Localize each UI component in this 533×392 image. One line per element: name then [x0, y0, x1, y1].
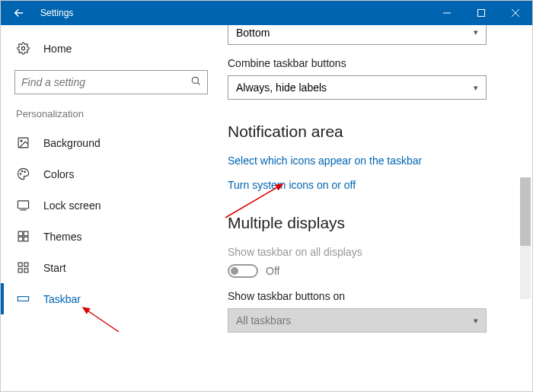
svg-point-8: [20, 140, 21, 142]
dropdown-value: Always, hide labels: [236, 81, 327, 94]
svg-rect-15: [24, 231, 28, 236]
search-box[interactable]: [14, 70, 208, 94]
svg-point-5: [192, 77, 198, 83]
nav-label: Themes: [43, 231, 82, 243]
svg-rect-1: [477, 10, 484, 17]
palette-icon: [16, 167, 30, 180]
taskbar-location-dropdown[interactable]: Bottom ▾: [228, 25, 487, 45]
toggle-knob: [231, 267, 238, 275]
toggle-state-text: Off: [266, 265, 279, 277]
show-buttons-label: Show taskbar buttons on: [228, 290, 514, 302]
nav-colors[interactable]: Colors: [1, 158, 222, 190]
svg-line-6: [197, 82, 199, 84]
main-panel: Bottom ▾ Combine taskbar buttons Always,…: [222, 25, 532, 391]
svg-rect-18: [18, 263, 22, 266]
dropdown-value: All taskbars: [236, 314, 291, 327]
picture-icon: [16, 136, 30, 149]
lock-screen-icon: [16, 199, 30, 212]
svg-point-11: [24, 171, 24, 172]
svg-rect-17: [24, 237, 28, 241]
nav-themes[interactable]: Themes: [1, 221, 222, 252]
combine-label: Combine taskbar buttons: [228, 57, 514, 69]
start-icon: [16, 261, 30, 274]
close-button[interactable]: [498, 1, 532, 25]
section-label: Personalization: [1, 108, 222, 127]
nav-label: Start: [43, 262, 66, 274]
svg-point-9: [20, 174, 21, 174]
gear-icon: [16, 42, 30, 55]
svg-rect-14: [18, 231, 23, 236]
nav-label: Colors: [43, 168, 74, 180]
chevron-down-icon: ▾: [474, 27, 478, 37]
notification-heading: Notification area: [228, 123, 514, 141]
sidebar: Home Personalization Background Colors: [1, 25, 222, 391]
svg-point-10: [21, 171, 22, 171]
svg-rect-12: [18, 201, 28, 209]
chevron-down-icon: ▾: [474, 316, 478, 326]
multiple-displays-heading: Multiple displays: [228, 214, 514, 232]
nav-label: Background: [43, 137, 101, 149]
nav-background[interactable]: Background: [1, 127, 222, 158]
window-title: Settings: [37, 8, 429, 18]
maximize-button[interactable]: [464, 1, 498, 25]
minimize-button[interactable]: [429, 1, 464, 25]
chevron-down-icon: ▾: [474, 83, 478, 93]
svg-rect-21: [24, 269, 27, 272]
search-icon: [190, 75, 201, 89]
nav-label: Lock screen: [43, 199, 101, 212]
title-bar: Settings: [1, 1, 532, 25]
show-all-displays-label: Show taskbar on all displays: [228, 246, 514, 258]
show-all-displays-toggle[interactable]: [228, 264, 258, 278]
svg-rect-20: [18, 269, 22, 272]
nav-start[interactable]: Start: [1, 252, 222, 283]
dropdown-value: Bottom: [236, 27, 270, 39]
combine-dropdown[interactable]: Always, hide labels ▾: [228, 75, 487, 100]
svg-rect-19: [24, 263, 27, 266]
taskbar-icon: [16, 292, 30, 305]
show-buttons-dropdown[interactable]: All taskbars ▾: [228, 308, 487, 333]
svg-point-4: [21, 46, 24, 49]
scrollbar-thumb[interactable]: [520, 177, 531, 246]
nav-lockscreen[interactable]: Lock screen: [1, 190, 222, 221]
back-button[interactable]: [1, 1, 37, 25]
svg-rect-16: [18, 237, 23, 241]
home-nav[interactable]: Home: [1, 34, 222, 62]
system-icons-link[interactable]: Turn system icons on or off: [228, 179, 514, 191]
select-icons-link[interactable]: Select which icons appear on the taskbar: [228, 155, 514, 167]
themes-icon: [16, 230, 30, 243]
window-controls: [429, 1, 532, 25]
svg-rect-22: [18, 297, 28, 301]
nav-label: Taskbar: [43, 293, 81, 305]
search-input[interactable]: [21, 76, 190, 88]
home-label: Home: [43, 43, 72, 55]
nav-taskbar[interactable]: Taskbar: [1, 283, 222, 314]
